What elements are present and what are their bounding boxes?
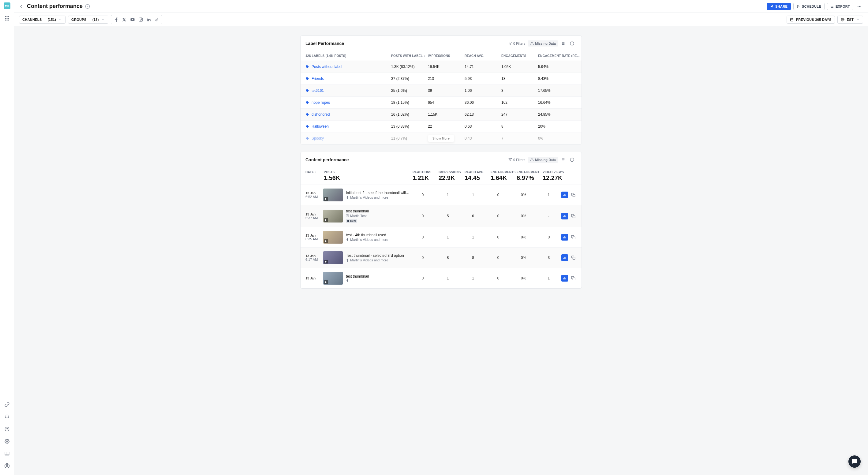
label-link[interactable]: dishonored [306,112,391,117]
col-labels[interactable]: 128 Labels (1.6K Posts) [306,54,391,58]
facebook-icon[interactable] [114,18,119,22]
info-icon[interactable] [85,4,90,9]
col-posts[interactable]: Posts with Label ↓ [391,54,428,58]
svg-marker-22 [797,5,799,7]
label-link[interactable]: Halloween [306,124,391,129]
analytics-button[interactable] [561,234,568,241]
svg-rect-77 [572,236,575,239]
link-icon[interactable] [4,402,10,408]
analytics-button[interactable] [561,254,568,261]
post-thumbnail[interactable] [323,210,343,222]
svg-rect-81 [572,257,575,259]
filters-button[interactable]: 0 Filters [506,157,528,163]
label-link[interactable]: Posts without label [306,65,391,69]
x-twitter-icon[interactable] [122,18,126,22]
post-date: 13 Jan [306,276,323,280]
table-row[interactable]: Spooky 11 (0.7%) 0.43 7 0% Show More [301,132,582,144]
copy-button[interactable] [570,213,577,219]
show-more-button[interactable]: Show More [428,135,454,142]
missing-data-button[interactable]: Missing Data [528,40,558,46]
list-view-button[interactable] [558,156,567,163]
copy-button[interactable] [570,192,577,198]
cell-posts: 11 (0.7%) [391,136,428,140]
back-button[interactable] [19,4,23,8]
label-link[interactable]: nope ropes [306,100,391,105]
settings-icon[interactable] [4,438,10,444]
chevron-down-icon [101,18,105,22]
col-er[interactable]: Engagement Rate (Re... [538,54,587,58]
post-row[interactable]: 13 Jan test thumbnail 0 1 1 0 0% 1 [301,268,582,288]
tiktok-icon[interactable] [155,18,159,22]
post-title: test - 4th thumbnail used [346,233,410,237]
cell-reach: 62.13 [465,112,501,117]
cell-impressions: 1 [435,276,460,280]
help-icon[interactable] [4,426,10,432]
table-row[interactable]: Posts without label 1.3K (83.12%) 19.54K… [301,61,582,72]
label-name: Spooky [312,136,324,140]
cell-engagements: 0 [486,193,511,197]
col-engagements[interactable]: Engagements [501,54,538,58]
svg-point-25 [859,6,860,7]
post-row[interactable]: 13 Jan6:35 AM test - 4th thumbnail used … [301,227,582,247]
panel-info-button[interactable] [567,40,577,47]
table-row[interactable]: tet6161 25 (1.6%) 39 1.06 3 17.65% [301,85,582,96]
apps-icon[interactable] [4,15,10,22]
panel-title: Content performance [306,157,349,162]
post-thumbnail[interactable] [323,189,343,201]
cell-reach: 1.06 [465,89,501,93]
chat-widget[interactable] [848,455,861,468]
video-icon[interactable] [4,450,10,456]
cell-impressions: 8 [435,256,460,260]
svg-rect-2 [8,16,9,17]
cell-posts: 16 (1.02%) [391,112,428,117]
youtube-icon[interactable] [130,18,135,22]
table-row[interactable]: dishonored 16 (1.02%) 1.15K 62.13 247 24… [301,108,582,120]
bell-icon[interactable] [4,414,10,420]
post-thumbnail[interactable] [323,251,343,264]
post-row[interactable]: 13 Jan6:37 AM test thumbnail Martin Test… [301,205,582,227]
instagram-icon[interactable] [138,18,143,22]
copy-button[interactable] [570,254,577,261]
label-link[interactable]: Friends [306,76,391,81]
analytics-button[interactable] [561,213,568,219]
sidebar: Me [0,0,14,475]
svg-rect-3 [5,18,6,19]
post-meta: Martin's Videos and more [346,258,410,262]
post-row[interactable]: 13 Jan6:52 AM Initial test 2 - see if th… [301,185,582,205]
share-button[interactable]: Share [767,3,791,10]
copy-button[interactable] [570,234,577,241]
panel-info-button[interactable] [567,156,577,163]
user-icon[interactable] [4,463,10,469]
date-range-dropdown[interactable]: Previous 365 Days [786,15,835,24]
cell-impressions: 654 [428,100,465,105]
channels-dropdown[interactable]: Channels (151) [19,15,65,24]
groups-dropdown[interactable]: Groups (13) [68,15,108,24]
filters-button[interactable]: 0 Filters [506,40,528,46]
metric-date-label[interactable]: Date ↓ [306,170,324,174]
label-link[interactable]: tet6161 [306,89,391,93]
label-link[interactable]: Spooky [306,136,391,140]
table-row[interactable]: Halloween 13 (0.83%) 22 0.63 8 20% [301,120,582,132]
table-header: 128 Labels (1.6K Posts) Posts with Label… [301,51,582,61]
table-row[interactable]: Friends 37 (2.37%) 213 5.93 18 8.43% [301,72,582,85]
analytics-button[interactable] [561,275,568,282]
post-row[interactable]: 13 Jan6:17 AM Test thumbnail - selected … [301,247,582,268]
copy-button[interactable] [570,275,577,282]
post-thumbnail[interactable] [323,272,343,285]
linkedin-icon[interactable] [147,18,151,22]
export-button[interactable]: Export [827,3,853,10]
analytics-button[interactable] [561,192,568,198]
logo[interactable]: Me [4,2,10,9]
list-view-button[interactable] [558,40,567,47]
more-menu-button[interactable] [856,3,863,10]
cell-impressions: 1 [435,193,460,197]
cell-engagements: 0 [486,214,511,218]
col-impressions[interactable]: Impressions [428,54,465,58]
topbar: Content performance Share Schedule Expor… [14,0,868,13]
missing-data-button[interactable]: Missing Data [528,157,558,163]
schedule-button[interactable]: Schedule [793,3,825,10]
timezone-dropdown[interactable]: EST [837,15,863,24]
post-thumbnail[interactable] [323,231,343,244]
col-reach[interactable]: Reach Avg. [465,54,501,58]
table-row[interactable]: nope ropes 18 (1.15%) 654 36.06 102 16.6… [301,96,582,108]
